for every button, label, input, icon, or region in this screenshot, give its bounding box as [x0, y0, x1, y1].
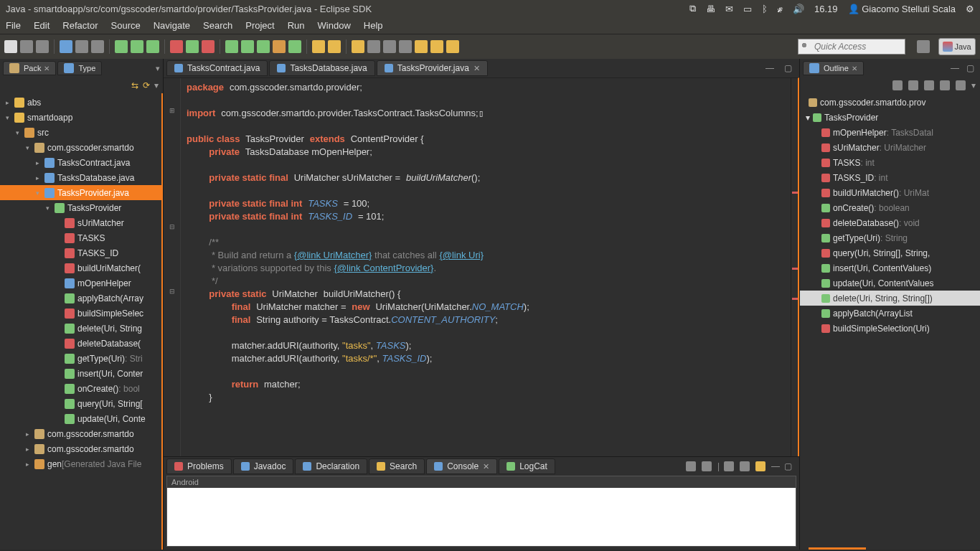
new-icon[interactable] — [4, 40, 17, 53]
android-icon[interactable] — [60, 40, 72, 53]
outline-node[interactable]: delete(Uri, String, String[]) — [800, 291, 980, 306]
tree-node[interactable]: buildUriMatcher( — [0, 260, 161, 276]
outline-node[interactable]: mOpenHelper : TasksDatal — [800, 125, 980, 140]
tree-node[interactable]: ▸com.gsscoder.smartdo — [0, 441, 161, 456]
tool2-icon[interactable] — [91, 40, 104, 53]
newpkg-icon[interactable] — [312, 40, 325, 53]
hide-local-icon[interactable] — [956, 80, 966, 90]
bookmark-icon[interactable] — [399, 40, 412, 53]
minimize-icon[interactable]: — — [948, 63, 962, 73]
open-icon[interactable] — [352, 40, 364, 53]
fwd-icon[interactable] — [430, 40, 443, 53]
outline-tree[interactable]: com.gsscoder.smartdo.prov▾TasksProviderm… — [800, 93, 980, 545]
build2-icon[interactable] — [288, 40, 301, 53]
run-icon[interactable] — [186, 40, 199, 53]
outline-node[interactable]: applyBatch(ArrayList — [800, 306, 980, 321]
overview-ruler[interactable] — [791, 78, 798, 456]
tab-type-hierarchy[interactable]: Type — [57, 61, 102, 75]
tree-node[interactable]: TASKS_ID — [0, 245, 161, 260]
build-icon[interactable] — [273, 40, 286, 53]
dropbox-icon[interactable]: ⧉ — [689, 3, 696, 14]
tool-icon[interactable] — [75, 40, 88, 53]
gear-icon[interactable]: ⚙ — [966, 4, 974, 14]
menu-run[interactable]: Run — [288, 20, 305, 31]
battery-icon[interactable]: ▭ — [743, 4, 752, 14]
hide-static-icon[interactable] — [924, 80, 934, 90]
saveall-icon[interactable] — [36, 40, 49, 53]
outline-node[interactable]: sUriMatcher : UriMatcher — [800, 140, 980, 155]
close-icon[interactable]: ✕ — [44, 65, 50, 72]
console-pin-icon[interactable] — [686, 461, 696, 471]
mail-icon[interactable]: ✉ — [725, 4, 733, 14]
bluetooth-icon[interactable]: ᛒ — [762, 4, 768, 14]
tree-node[interactable]: insert(Uri, Conter — [0, 366, 161, 381]
close-icon[interactable]: ✕ — [473, 64, 480, 73]
tree-node[interactable]: getType(Uri): Stri — [0, 351, 161, 366]
collapse-icon[interactable]: ⇆ — [131, 80, 138, 90]
tree-node[interactable]: buildSimpleSelec — [0, 306, 161, 321]
package-tree[interactable]: ▸abs▾smartdoapp▾src▾com.gsscoder.smartdo… — [0, 93, 163, 550]
tab-outline[interactable]: Outline✕ — [803, 61, 864, 75]
outline-node[interactable]: getType(Uri) : String — [800, 230, 980, 245]
close-icon[interactable]: ✕ — [852, 65, 857, 72]
tree-node[interactable]: ▸com.gsscoder.smartdo — [0, 426, 161, 441]
clock[interactable]: 16.19 — [814, 4, 838, 14]
code-editor[interactable]: ⊞ ⊟ ⊟ package com.gsscoder.smartdo.provi… — [164, 77, 799, 456]
maximize-icon[interactable]: ▢ — [780, 63, 796, 73]
editor-tab-taskscontract[interactable]: TasksContract.java — [166, 60, 268, 76]
menu-source[interactable]: Source — [111, 20, 141, 31]
save-icon[interactable] — [20, 40, 33, 53]
console-clear-icon[interactable] — [724, 461, 734, 471]
hide-nonpublic-icon[interactable] — [940, 80, 950, 90]
tab-logcat[interactable]: LogCat — [499, 458, 555, 474]
runas-icon[interactable] — [225, 40, 238, 53]
lint-icon[interactable] — [146, 40, 159, 53]
menu-refactor[interactable]: Refactor — [62, 20, 98, 31]
close-icon[interactable]: ✕ — [483, 462, 489, 471]
tree-node[interactable]: TASKS — [0, 230, 161, 245]
menu-file[interactable]: File — [6, 20, 21, 31]
viewmenu-icon[interactable]: ▾ — [154, 80, 159, 90]
expand-icon[interactable]: ⊞ — [164, 104, 180, 117]
outline-node[interactable]: TASKS_ID : int — [800, 170, 980, 185]
wifi-icon[interactable]: ⸙ — [778, 4, 783, 14]
outline-node[interactable]: ▾TasksProvider — [800, 110, 980, 125]
menu-navigate[interactable]: Navigate — [154, 20, 190, 31]
outline-node[interactable]: update(Uri, ContentValues — [800, 276, 980, 291]
tree-node[interactable]: ▸gen [Generated Java File — [0, 456, 161, 471]
task-icon[interactable] — [383, 40, 396, 53]
outline-node[interactable]: buildSimpleSelection(Uri) — [800, 321, 980, 336]
outline-scrollbar[interactable] — [809, 547, 866, 550]
tab-declaration[interactable]: Declaration — [295, 458, 367, 474]
coverage-icon[interactable] — [241, 40, 254, 53]
tree-node[interactable]: ▾smartdoapp — [0, 110, 161, 125]
persp-open-icon[interactable] — [917, 40, 930, 53]
tree-node[interactable]: ▾TasksProvider — [0, 200, 161, 215]
quick-access-input[interactable] — [798, 39, 905, 55]
sort-icon[interactable] — [892, 80, 903, 90]
newcls-icon[interactable] — [328, 40, 341, 53]
code-text[interactable]: package com.gsscoder.smartdo.provider; i… — [181, 78, 798, 456]
outline-node[interactable]: com.gsscoder.smartdo.prov — [800, 95, 980, 110]
tab-problems[interactable]: Problems — [166, 458, 232, 474]
collapse-icon[interactable]: ⊟ — [164, 285, 180, 298]
menu-search[interactable]: Search — [203, 20, 232, 31]
debug-icon[interactable] — [170, 40, 183, 53]
outline-node[interactable]: deleteDatabase() : void — [800, 215, 980, 230]
editor-gutter[interactable]: ⊞ ⊟ ⊟ — [164, 78, 181, 456]
link-icon[interactable]: ⟳ — [143, 80, 150, 90]
tree-node[interactable]: ▾src — [0, 125, 161, 140]
outline-node[interactable]: buildUriMatcher() : UriMat — [800, 185, 980, 200]
user-menu[interactable]: 👤 Giacomo Stelluti Scala — [848, 4, 956, 14]
tree-node[interactable]: ▸TasksDatabase.java — [0, 170, 161, 185]
ext-icon[interactable] — [257, 40, 270, 53]
outline-node[interactable]: TASKS : int — [800, 155, 980, 170]
tree-node[interactable]: query(Uri, String[ — [0, 396, 161, 411]
tree-node[interactable]: sUriMatcher — [0, 215, 161, 230]
avd-icon[interactable] — [115, 40, 128, 53]
maximize-icon[interactable]: ▢ — [784, 461, 792, 471]
tree-node[interactable]: deleteDatabase( — [0, 336, 161, 351]
console-scroll-icon[interactable] — [740, 461, 750, 471]
stop-icon[interactable] — [202, 40, 215, 53]
sdk-icon[interactable] — [131, 40, 143, 53]
